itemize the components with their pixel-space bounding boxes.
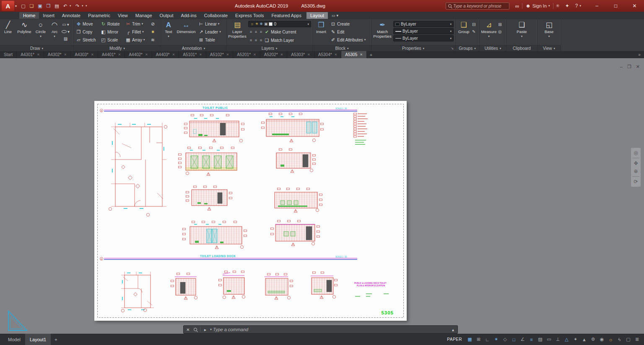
autoscale-icon[interactable]: ✦ bbox=[571, 335, 580, 344]
stretch-button[interactable]: ▱ Stretch bbox=[75, 36, 99, 44]
new-icon[interactable]: ▢ bbox=[19, 2, 27, 10]
customize-icon[interactable]: ≣ bbox=[633, 335, 641, 344]
close-button[interactable]: ✕ bbox=[625, 0, 644, 12]
help-button[interactable]: ? ▾ bbox=[572, 3, 584, 9]
app-store-icon[interactable]: ⍟ bbox=[553, 3, 562, 9]
id-point-button[interactable]: ◎ bbox=[498, 28, 502, 34]
color-dropdown[interactable]: ByLayer ▾ bbox=[393, 21, 454, 27]
snap-icon[interactable]: ⊞ bbox=[474, 335, 483, 344]
tab-insert[interactable]: Insert bbox=[39, 12, 58, 19]
tab-overflow-icon[interactable]: » bbox=[635, 51, 644, 58]
edit-attributes-button[interactable]: ✐ Edit Attributes ▾ bbox=[330, 36, 370, 44]
application-menu-caret-icon[interactable]: ▾ bbox=[15, 4, 17, 8]
paper-sheet[interactable]: A TOILET PUBLIC SCALE 1 : 50 bbox=[94, 101, 407, 321]
clean-screen-icon[interactable]: ▢ bbox=[624, 335, 633, 344]
tab-close-icon[interactable]: ✕ bbox=[335, 53, 338, 57]
command-search-icon[interactable] bbox=[192, 328, 199, 331]
transparency-icon[interactable]: ▨ bbox=[536, 335, 545, 344]
lineweight-display-icon[interactable]: ≡ bbox=[527, 335, 536, 344]
base-button[interactable]: ◱ Base ▾ bbox=[541, 20, 557, 45]
selection-cycling-icon[interactable]: ▭ bbox=[545, 335, 553, 344]
polar-tracking-icon[interactable]: ✶ bbox=[492, 335, 501, 344]
tab-collaborate[interactable]: Collaborate bbox=[200, 12, 231, 19]
sign-in-button[interactable]: ☻ Sign In ▾ bbox=[522, 3, 553, 9]
fillet-button[interactable]: ╭ Fillet ▾ bbox=[125, 28, 148, 36]
zoom-icon[interactable]: ⊕ bbox=[634, 168, 638, 174]
file-tab[interactable]: A5201* ✕ bbox=[233, 51, 260, 58]
tab-close-icon[interactable]: ✕ bbox=[253, 53, 256, 57]
ellipse-button[interactable]: ▾ bbox=[62, 28, 70, 34]
insert-button[interactable]: ❒ Insert bbox=[314, 20, 328, 45]
tab-add-ins[interactable]: Add-ins bbox=[177, 12, 200, 19]
layers-panel-label[interactable]: Layers ▾ bbox=[226, 45, 312, 51]
annotation-visibility-icon[interactable]: △ bbox=[562, 335, 571, 344]
object-snap-icon[interactable]: □ bbox=[509, 335, 518, 344]
file-tab[interactable]: A4303* ✕ bbox=[71, 51, 98, 58]
ortho-icon[interactable]: ∟ bbox=[483, 335, 492, 344]
redo-caret-icon[interactable]: ▾ bbox=[82, 4, 85, 8]
utilities-panel-label[interactable]: Utilities ▾ bbox=[480, 45, 506, 51]
workspace-switching-icon[interactable]: ⚙ bbox=[589, 335, 597, 344]
tab-featured-apps[interactable]: Featured Apps bbox=[267, 12, 305, 19]
file-tab[interactable]: A5303* ✕ bbox=[287, 51, 314, 58]
qat-customize-caret-icon[interactable]: ▾ bbox=[86, 4, 89, 8]
undo-caret-icon[interactable]: ▾ bbox=[70, 4, 73, 8]
open-icon[interactable]: ❏ bbox=[28, 2, 36, 10]
block-panel-label[interactable]: Block ▾ bbox=[313, 45, 371, 51]
dimension-button[interactable]: ↔ Dimension bbox=[176, 20, 196, 45]
graphics-performance-icon[interactable]: ϟ bbox=[615, 335, 624, 344]
tab-layout[interactable]: Layout bbox=[306, 12, 328, 19]
edit-block-button[interactable]: ✎ Edit bbox=[330, 28, 370, 36]
rectangle-button[interactable]: ▭ ▾ bbox=[62, 21, 70, 27]
measure-button[interactable]: ⊿ Measure ▾ bbox=[481, 20, 497, 45]
tab-close-icon[interactable]: ✕ bbox=[64, 53, 67, 57]
quick-calculator-button[interactable]: ⊞ bbox=[498, 21, 502, 27]
model-tab[interactable]: Model bbox=[3, 334, 25, 345]
file-tab[interactable]: A4401* ✕ bbox=[98, 51, 125, 58]
application-menu-button[interactable]: A bbox=[2, 1, 14, 11]
annotation-scale-icon[interactable]: ▲ bbox=[580, 335, 589, 344]
modify-panel-label[interactable]: Modify ▾ bbox=[74, 45, 161, 51]
search-button[interactable]: ∞ bbox=[512, 3, 522, 9]
file-tab-active[interactable]: A5305 ✕ bbox=[341, 51, 367, 58]
tab-close-icon[interactable]: ✕ bbox=[172, 53, 175, 57]
match-layer-button[interactable]: ≡ ≡ ≡ ❏ Match Layer bbox=[248, 36, 311, 44]
tab-close-icon[interactable]: ✕ bbox=[37, 53, 40, 57]
maximize-button[interactable]: □ bbox=[606, 0, 625, 12]
tab-annotate[interactable]: Annotate bbox=[58, 12, 84, 19]
isolate-objects-icon[interactable]: ☼ bbox=[606, 335, 615, 344]
create-block-button[interactable]: ⊡ Create bbox=[330, 20, 370, 28]
move-button[interactable]: ✥ Move bbox=[75, 20, 99, 28]
annotation-monitor-icon[interactable]: ◉ bbox=[597, 335, 606, 344]
file-tab[interactable]: A5102* ✕ bbox=[206, 51, 234, 58]
mirror-button[interactable]: ◧ Mirror bbox=[100, 28, 123, 36]
groups-panel-label[interactable]: Groups ▾ bbox=[455, 45, 479, 51]
text-button[interactable]: A Text ▾ bbox=[162, 20, 175, 45]
redo-icon[interactable]: ↷ bbox=[73, 2, 81, 10]
new-layout-button[interactable]: + bbox=[51, 337, 61, 342]
grid-icon[interactable]: ▦ bbox=[465, 335, 474, 344]
paper-space-label[interactable]: PAPER bbox=[447, 337, 462, 342]
file-tab[interactable]: A5304* ✕ bbox=[314, 51, 342, 58]
arc-button[interactable]: ◠ Arc ▾ bbox=[49, 20, 60, 45]
group-edit-button[interactable]: ✎ bbox=[472, 28, 475, 34]
group-button[interactable]: ❑ Group bbox=[457, 20, 471, 45]
pan-icon[interactable]: ✥ bbox=[634, 160, 638, 166]
minimize-button[interactable]: – bbox=[587, 0, 606, 12]
orbit-icon[interactable]: ⟳ bbox=[634, 179, 638, 185]
layer-properties-button[interactable]: ▤ Layer Properties bbox=[228, 20, 247, 45]
circle-button[interactable]: ○ Circle ▾ bbox=[34, 20, 47, 45]
file-tab-start[interactable]: Start bbox=[0, 51, 17, 58]
linetype-dropdown[interactable]: ByLayer ▾ bbox=[393, 35, 454, 41]
line-button[interactable]: ╱ Line bbox=[1, 20, 15, 45]
file-tab[interactable]: A5202* ✕ bbox=[260, 51, 288, 58]
properties-panel-label[interactable]: Properties ▾ ↘ bbox=[371, 45, 455, 51]
command-history-icon[interactable]: ▴ bbox=[449, 327, 457, 332]
command-options-caret-icon[interactable]: ▾ bbox=[209, 328, 213, 331]
tab-close-icon[interactable]: ✕ bbox=[280, 53, 283, 57]
copy-button[interactable]: ❐ Copy bbox=[75, 28, 99, 36]
tab-close-icon[interactable]: ✕ bbox=[360, 53, 363, 57]
layout1-tab[interactable]: Layout1 bbox=[25, 334, 51, 345]
lineweight-dropdown[interactable]: ByLayer ▾ bbox=[393, 28, 454, 34]
viewport-close-icon[interactable]: ✕ bbox=[636, 64, 640, 70]
